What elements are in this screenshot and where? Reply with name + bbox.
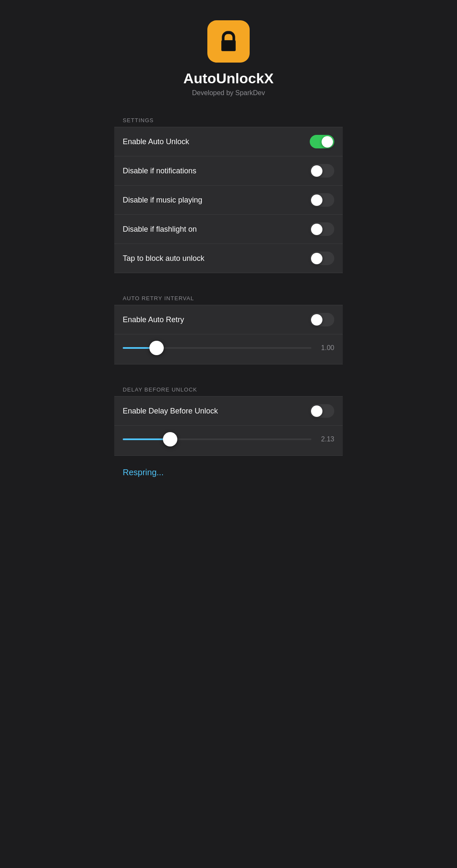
delay-unlock-slider-row: 2.13 [114,426,343,455]
settings-section-body: Enable Auto Unlock Disable if notificati… [114,127,343,273]
disable-if-flashlight-thumb [311,224,322,235]
enable-auto-retry-thumb [311,314,322,326]
tap-to-block-thumb [311,253,322,264]
enable-auto-unlock-track [310,135,334,148]
disable-if-flashlight-track [310,222,334,236]
enable-auto-retry-toggle[interactable] [310,313,334,326]
disable-if-notifications-toggle[interactable] [310,164,334,178]
enable-auto-unlock-label: Enable Auto Unlock [123,137,189,146]
disable-if-notifications-label: Disable if notifications [123,167,196,175]
disable-if-music-toggle[interactable] [310,193,334,207]
enable-delay-unlock-thumb [311,405,322,417]
enable-delay-unlock-row: Enable Delay Before Unlock [114,397,343,426]
tap-to-block-label: Tap to block auto unlock [123,254,204,263]
delay-unlock-slider-container: 2.13 [123,432,334,447]
disable-if-notifications-track [310,164,334,178]
lock-icon [217,30,240,53]
app-icon [207,20,250,63]
disable-if-music-thumb [311,194,322,206]
delay-unlock-section-body: Enable Delay Before Unlock 2.13 [114,396,343,456]
respring-link[interactable]: Respring... [123,468,164,477]
delay-unlock-section: DELAY BEFORE UNLOCK Enable Delay Before … [114,378,343,456]
settings-section: SETTINGS Enable Auto Unlock Disable if n… [114,109,343,273]
enable-auto-unlock-toggle[interactable] [310,135,334,148]
auto-retry-section-header: AUTO RETRY INTERVAL [114,287,343,305]
disable-if-music-track [310,193,334,207]
auto-retry-section: AUTO RETRY INTERVAL Enable Auto Retry 1.… [114,287,343,364]
delay-unlock-section-header: DELAY BEFORE UNLOCK [114,378,343,396]
auto-retry-slider-row: 1.00 [114,334,343,364]
auto-retry-section-body: Enable Auto Retry 1.00 [114,305,343,364]
disable-if-notifications-thumb [311,165,322,177]
settings-section-header: SETTINGS [114,109,343,127]
auto-retry-slider-wrapper[interactable] [123,340,311,356]
auto-retry-slider-thumb[interactable] [149,341,164,355]
tap-to-block-toggle[interactable] [310,252,334,265]
disable-if-notifications-row: Disable if notifications [114,156,343,186]
enable-auto-unlock-row: Enable Auto Unlock [114,127,343,156]
delay-unlock-slider-wrapper[interactable] [123,432,311,447]
delay-unlock-slider-value: 2.13 [317,435,334,443]
enable-auto-retry-label: Enable Auto Retry [123,315,184,324]
enable-auto-unlock-thumb [322,136,333,148]
app-header: AutoUnlockX Developed by SparkDev [114,0,343,109]
auto-retry-slider-value: 1.00 [317,344,334,352]
disable-if-music-label: Disable if music playing [123,196,202,205]
enable-delay-unlock-toggle[interactable] [310,404,334,418]
disable-if-flashlight-label: Disable if flashlight on [123,225,197,234]
disable-if-flashlight-toggle[interactable] [310,222,334,236]
tap-to-block-track [310,252,334,265]
auto-retry-slider-container: 1.00 [123,340,334,356]
delay-unlock-slider-thumb[interactable] [163,432,177,446]
enable-delay-unlock-label: Enable Delay Before Unlock [123,407,218,416]
tap-to-block-row: Tap to block auto unlock [114,244,343,273]
app-title: AutoUnlockX [183,70,273,87]
svg-rect-1 [222,41,235,50]
enable-auto-retry-row: Enable Auto Retry [114,305,343,334]
app-subtitle: Developed by SparkDev [192,89,265,97]
disable-if-music-row: Disable if music playing [114,186,343,215]
respring-section: Respring... [114,456,343,486]
disable-if-flashlight-row: Disable if flashlight on [114,215,343,244]
enable-delay-unlock-track [310,404,334,418]
enable-auto-retry-track [310,313,334,326]
